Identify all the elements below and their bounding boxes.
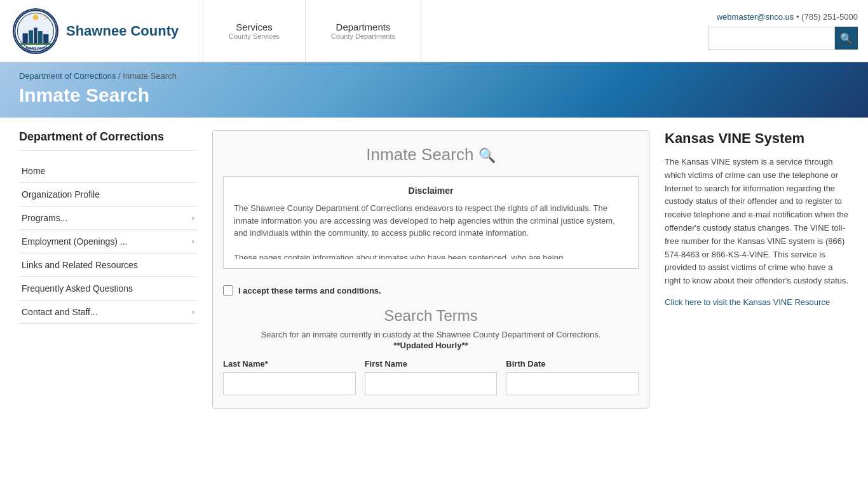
svg-rect-10 (43, 34, 48, 44)
nav-departments-label: Departments (336, 22, 391, 32)
sidebar-label-faq: Frequently Asked Questions (22, 283, 133, 294)
contact-phone: (785) 251-5000 (801, 12, 858, 22)
vine-link[interactable]: Click here to visit the Kansas VINE Reso… (665, 297, 830, 307)
contact-info: webmaster@snco.us • (785) 251-5000 (717, 12, 858, 22)
search-updated: **Updated Hourly** (213, 341, 649, 350)
disclaimer-box: Disclaimer The Shawnee County Department… (223, 176, 639, 269)
sidebar-label-home: Home (22, 166, 45, 176)
contact-separator: • (796, 12, 801, 22)
page-header: Department of Corrections / Inmate Searc… (0, 62, 868, 118)
sidebar-label-programs: Programs... (22, 213, 67, 223)
search-button[interactable]: 🔍 (835, 27, 858, 50)
sidebar-label-org-profile: Organization Profile (22, 189, 100, 200)
last-name-label: Last Name* (223, 359, 356, 369)
header-right: webmaster@snco.us • (785) 251-5000 🔍 (698, 6, 868, 56)
last-name-field-group: Last Name* (223, 359, 356, 395)
search-icon: 🔍 (478, 147, 496, 163)
breadcrumb: Department of Corrections / Inmate Searc… (19, 71, 849, 81)
terms-checkbox[interactable] (223, 285, 233, 295)
sidebar-item-programs[interactable]: Programs... › (19, 207, 197, 230)
terms-checkbox-row: I accept these terms and conditions. (213, 279, 649, 295)
chevron-right-icon: › (192, 237, 194, 246)
disclaimer-title: Disclaimer (234, 186, 628, 196)
sidebar-item-links[interactable]: Links and Related Resources (19, 254, 197, 277)
svg-rect-9 (38, 31, 43, 44)
search-desc: Search for an inmate currently in custod… (213, 330, 649, 339)
first-name-label: First Name (365, 359, 498, 369)
sidebar-link-employment[interactable]: Employment (Openings) ... › (19, 230, 197, 253)
nav-services[interactable]: Services County Services (203, 0, 306, 62)
birth-date-label: Birth Date (506, 359, 639, 369)
sidebar-link-contact[interactable]: Contact and Staff... › (19, 301, 197, 323)
main-content: Department of Corrections Home Organizat… (0, 118, 868, 421)
site-header: SHAWNEE COUNTY KANSAS Shawnee County Ser… (0, 0, 868, 62)
svg-rect-8 (34, 27, 37, 44)
contact-email[interactable]: webmaster@snco.us (717, 12, 794, 22)
sidebar-link-faq[interactable]: Frequently Asked Questions (19, 277, 197, 300)
inmate-search-title: Inmate Search 🔍 (213, 131, 649, 176)
search-fields: Last Name* First Name Birth Date (213, 359, 649, 395)
sidebar: Department of Corrections Home Organizat… (19, 130, 197, 409)
vine-description: The Kansas VINE system is a service thro… (665, 156, 849, 288)
birth-date-field-group: Birth Date (506, 359, 639, 395)
breadcrumb-parent[interactable]: Department of Corrections (19, 71, 116, 81)
vine-title: Kansas VINE System (665, 130, 849, 147)
sidebar-item-employment[interactable]: Employment (Openings) ... › (19, 230, 197, 254)
first-name-input[interactable] (365, 372, 498, 395)
sidebar-link-programs[interactable]: Programs... › (19, 207, 197, 229)
sidebar-item-faq[interactable]: Frequently Asked Questions (19, 277, 197, 301)
site-title: Shawnee County (66, 23, 179, 39)
nav-services-sub: County Services (229, 32, 280, 40)
inmate-search-box: Inmate Search 🔍 Disclaimer The Shawnee C… (212, 130, 649, 409)
search-input[interactable] (708, 27, 835, 50)
center-content: Inmate Search 🔍 Disclaimer The Shawnee C… (212, 130, 649, 409)
sidebar-nav: Home Organization Profile Programs... › … (19, 159, 197, 324)
nav-services-label: Services (236, 22, 273, 32)
sidebar-label-links: Links and Related Resources (22, 260, 138, 270)
sidebar-link-home[interactable]: Home (19, 159, 197, 182)
svg-rect-7 (29, 30, 33, 44)
breadcrumb-current: Inmate Search (123, 71, 177, 81)
right-panel: Kansas VINE System The Kansas VINE syste… (665, 130, 849, 409)
nav-departments[interactable]: Departments County Departments (306, 0, 421, 62)
first-name-field-group: First Name (365, 359, 498, 395)
svg-point-2 (33, 15, 38, 20)
header-search: 🔍 (708, 27, 858, 50)
sidebar-item-contact[interactable]: Contact and Staff... › (19, 301, 197, 324)
sidebar-link-links[interactable]: Links and Related Resources (19, 254, 197, 276)
logo-area: SHAWNEE COUNTY KANSAS Shawnee County (0, 0, 203, 62)
search-icon: 🔍 (840, 32, 853, 44)
disclaimer-text: The Shawnee County Department of Correct… (234, 202, 628, 259)
sidebar-label-employment: Employment (Openings) ... (22, 236, 128, 247)
chevron-right-icon: › (192, 308, 194, 316)
svg-rect-6 (23, 33, 28, 44)
inmate-search-title-text: Inmate Search (366, 145, 473, 164)
search-terms-title: Search Terms (213, 295, 649, 330)
svg-rect-11 (20, 43, 51, 45)
page-title: Inmate Search (19, 85, 849, 106)
birth-date-input[interactable] (506, 372, 639, 395)
main-nav: Services County Services Departments Cou… (203, 0, 698, 62)
svg-text:KANSAS: KANSAS (31, 50, 40, 53)
sidebar-item-org-profile[interactable]: Organization Profile (19, 183, 197, 207)
svg-text:SHAWNEE COUNTY: SHAWNEE COUNTY (21, 47, 50, 50)
last-name-input[interactable] (223, 372, 356, 395)
nav-departments-sub: County Departments (331, 32, 395, 40)
site-logo: SHAWNEE COUNTY KANSAS (13, 8, 58, 54)
terms-label[interactable]: I accept these terms and conditions. (238, 286, 381, 295)
sidebar-link-org-profile[interactable]: Organization Profile (19, 183, 197, 206)
sidebar-label-contact: Contact and Staff... (22, 307, 98, 317)
sidebar-item-home[interactable]: Home (19, 159, 197, 183)
chevron-right-icon: › (192, 214, 194, 222)
sidebar-title: Department of Corrections (19, 130, 197, 151)
